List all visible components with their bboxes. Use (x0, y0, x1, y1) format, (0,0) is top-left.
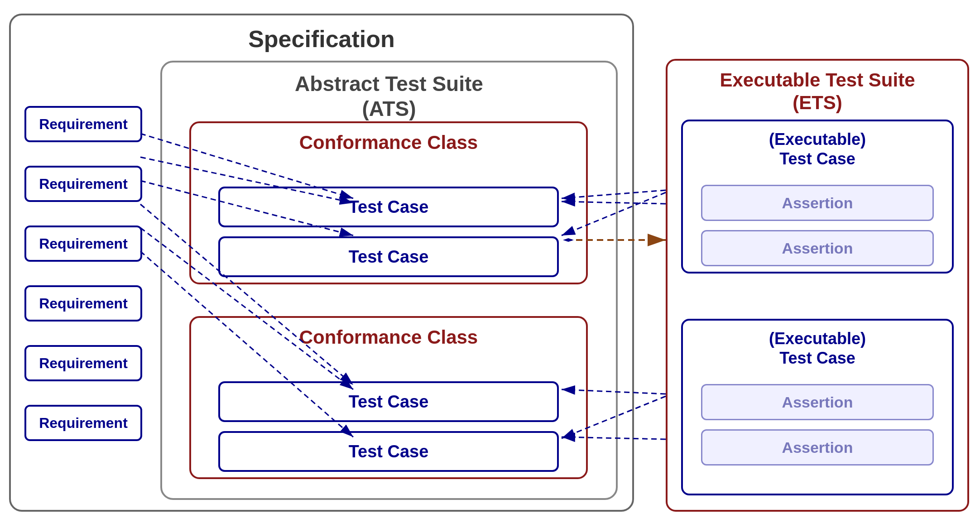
exec-tc-section-2: (Executable) Test Case Assertion Asserti… (681, 319, 954, 495)
ets-box: Executable Test Suite (ETS) (Executable)… (666, 59, 969, 512)
conformance-class-1: Conformance Class Test Case Test Case (189, 121, 588, 284)
exec-tc-2-title: (Executable) Test Case (683, 329, 952, 368)
test-case-1-1: Test Case (218, 187, 559, 227)
spec-title: Specification (11, 25, 632, 53)
exec-tc-section-1: (Executable) Test Case Assertion Asserti… (681, 120, 954, 274)
main-container: Specification Requirement Requirement Re… (9, 14, 971, 516)
requirements-area: Requirement Requirement Requirement Requ… (24, 106, 151, 441)
ats-title: Abstract Test Suite (ATS) (162, 72, 616, 121)
conformance-class-2: Conformance Class Test Case Test Case (189, 316, 588, 479)
assertion-2-2: Assertion (701, 429, 934, 466)
requirement-2: Requirement (24, 166, 142, 202)
exec-tc-1-title: (Executable) Test Case (683, 130, 952, 168)
assertion-2-1: Assertion (701, 384, 934, 420)
conf-class-1-title: Conformance Class (191, 131, 586, 154)
conf-class-2-title: Conformance Class (191, 326, 586, 349)
test-case-2-1: Test Case (218, 381, 559, 422)
requirement-3: Requirement (24, 226, 142, 262)
ets-title: Executable Test Suite (ETS) (668, 69, 967, 115)
requirement-1: Requirement (24, 106, 142, 142)
ats-box: Abstract Test Suite (ATS) Conformance Cl… (160, 61, 618, 500)
specification-box: Specification Requirement Requirement Re… (9, 14, 634, 512)
requirement-6: Requirement (24, 405, 142, 441)
requirement-5: Requirement (24, 345, 142, 381)
assertion-1-2: Assertion (701, 230, 934, 266)
assertion-1-1: Assertion (701, 185, 934, 221)
requirement-4: Requirement (24, 285, 142, 322)
test-case-1-2: Test Case (218, 236, 559, 277)
test-case-2-2: Test Case (218, 431, 559, 472)
